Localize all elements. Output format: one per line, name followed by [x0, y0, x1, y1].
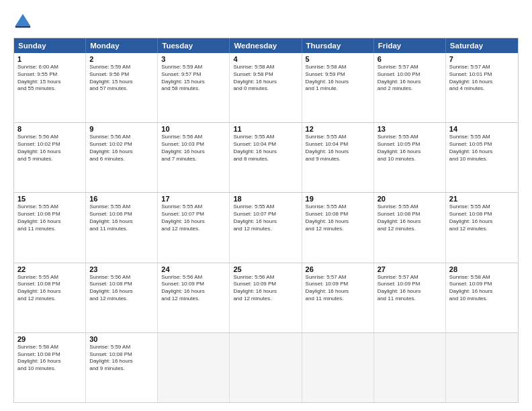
day-number: 24 [161, 265, 226, 273]
day-info: Sunrise: 5:56 AMSunset: 10:02 PMDaylight… [89, 134, 132, 161]
cal-cell-r1-1: 9Sunrise: 5:56 AMSunset: 10:02 PMDayligh… [86, 123, 158, 192]
day-info: Sunrise: 5:55 AMSunset: 10:07 PMDaylight… [233, 203, 276, 231]
logo [13, 12, 35, 31]
day-number: 18 [233, 195, 298, 203]
day-info: Sunrise: 5:55 AMSunset: 10:07 PMDaylight… [161, 203, 204, 231]
day-info: Sunrise: 5:56 AMSunset: 10:09 PMDaylight… [161, 274, 204, 302]
cal-cell-7: 7Sunrise: 5:57 AMSunset: 10:01 PMDayligh… [446, 53, 518, 122]
day-info: Sunrise: 5:55 AMSunset: 10:08 PMDaylight… [17, 274, 60, 302]
cal-cell-r2-4: 19Sunrise: 5:55 AMSunset: 10:08 PMDaylig… [302, 193, 374, 262]
cal-cell-2: 2Sunrise: 5:59 AMSunset: 9:56 PMDaylight… [86, 53, 158, 122]
cal-cell-r4-2 [158, 333, 230, 402]
day-number: 6 [378, 55, 442, 63]
day-info: Sunrise: 5:59 AMSunset: 10:08 PMDaylight… [89, 344, 132, 371]
day-number: 2 [89, 55, 154, 63]
cal-cell-r4-4 [302, 333, 374, 402]
day-info: Sunrise: 5:57 AMSunset: 10:01 PMDaylight… [449, 64, 492, 91]
calendar-row-2: 8Sunrise: 5:56 AMSunset: 10:02 PMDayligh… [14, 122, 518, 192]
cal-cell-r1-0: 8Sunrise: 5:56 AMSunset: 10:02 PMDayligh… [14, 123, 86, 192]
weekday-header-saturday: Saturday [446, 38, 518, 53]
day-number: 13 [378, 125, 442, 133]
day-info: Sunrise: 5:58 AMSunset: 9:58 PMDaylight:… [233, 64, 276, 91]
cal-cell-r1-3: 11Sunrise: 5:55 AMSunset: 10:04 PMDaylig… [230, 123, 302, 192]
day-number: 29 [17, 335, 82, 343]
day-number: 3 [161, 55, 226, 63]
cal-cell-r4-3 [230, 333, 302, 402]
weekday-header-sunday: Sunday [14, 38, 86, 53]
cal-cell-r3-5: 27Sunrise: 5:57 AMSunset: 10:09 PMDaylig… [374, 263, 446, 332]
calendar-row-1: 1Sunrise: 6:00 AMSunset: 9:55 PMDaylight… [14, 53, 518, 122]
day-number: 10 [161, 125, 226, 133]
cal-cell-r2-3: 18Sunrise: 5:55 AMSunset: 10:07 PMDaylig… [230, 193, 302, 262]
day-info: Sunrise: 5:58 AMSunset: 10:09 PMDaylight… [449, 274, 492, 302]
cal-cell-r3-1: 23Sunrise: 5:56 AMSunset: 10:08 PMDaylig… [86, 263, 158, 332]
day-number: 30 [89, 335, 154, 343]
day-number: 17 [161, 195, 226, 203]
day-number: 1 [17, 55, 82, 63]
cal-cell-r2-2: 17Sunrise: 5:55 AMSunset: 10:07 PMDaylig… [158, 193, 230, 262]
calendar-row-5: 29Sunrise: 5:58 AMSunset: 10:08 PMDaylig… [14, 332, 518, 402]
cal-cell-r3-6: 28Sunrise: 5:58 AMSunset: 10:09 PMDaylig… [446, 263, 518, 332]
day-number: 19 [306, 195, 370, 203]
day-number: 21 [449, 195, 515, 203]
day-info: Sunrise: 5:55 AMSunset: 10:05 PMDaylight… [378, 134, 420, 161]
weekday-header-monday: Monday [86, 38, 158, 53]
day-number: 25 [233, 265, 298, 273]
day-number: 7 [449, 55, 515, 63]
day-info: Sunrise: 5:57 AMSunset: 10:09 PMDaylight… [306, 274, 349, 302]
day-number: 5 [306, 55, 370, 63]
calendar-row-3: 15Sunrise: 5:55 AMSunset: 10:06 PMDaylig… [14, 192, 518, 262]
weekday-header-tuesday: Tuesday [158, 38, 230, 53]
day-info: Sunrise: 6:00 AMSunset: 9:55 PMDaylight:… [17, 64, 60, 91]
day-info: Sunrise: 5:55 AMSunset: 10:08 PMDaylight… [306, 203, 349, 231]
day-info: Sunrise: 5:55 AMSunset: 10:06 PMDaylight… [89, 203, 132, 231]
day-number: 16 [89, 195, 154, 203]
day-info: Sunrise: 5:55 AMSunset: 10:08 PMDaylight… [449, 203, 492, 231]
cal-cell-r2-5: 20Sunrise: 5:55 AMSunset: 10:08 PMDaylig… [374, 193, 446, 262]
day-info: Sunrise: 5:56 AMSunset: 10:03 PMDaylight… [161, 134, 204, 161]
day-info: Sunrise: 5:55 AMSunset: 10:04 PMDaylight… [233, 134, 276, 161]
header [13, 12, 519, 31]
cal-cell-r4-1: 30Sunrise: 5:59 AMSunset: 10:08 PMDaylig… [86, 333, 158, 402]
day-info: Sunrise: 5:56 AMSunset: 10:02 PMDaylight… [17, 134, 60, 161]
cal-cell-r4-5 [374, 333, 446, 402]
cal-cell-5: 5Sunrise: 5:58 AMSunset: 9:59 PMDaylight… [302, 53, 374, 122]
cal-cell-3: 3Sunrise: 5:59 AMSunset: 9:57 PMDaylight… [158, 53, 230, 122]
day-info: Sunrise: 5:57 AMSunset: 10:00 PMDaylight… [378, 64, 420, 91]
weekday-header-thursday: Thursday [302, 38, 374, 53]
svg-marker-0 [15, 14, 30, 26]
cal-cell-r3-3: 25Sunrise: 5:56 AMSunset: 10:09 PMDaylig… [230, 263, 302, 332]
day-number: 12 [306, 125, 370, 133]
day-info: Sunrise: 5:58 AMSunset: 10:08 PMDaylight… [17, 344, 60, 371]
svg-rect-2 [15, 26, 30, 28]
day-number: 28 [449, 265, 515, 273]
day-info: Sunrise: 5:58 AMSunset: 9:59 PMDaylight:… [306, 64, 349, 91]
calendar-header: SundayMondayTuesdayWednesdayThursdayFrid… [14, 38, 518, 53]
cal-cell-r1-2: 10Sunrise: 5:56 AMSunset: 10:03 PMDaylig… [158, 123, 230, 192]
day-info: Sunrise: 5:56 AMSunset: 10:09 PMDaylight… [233, 274, 276, 302]
day-number: 22 [17, 265, 82, 273]
day-number: 20 [378, 195, 442, 203]
calendar-row-4: 22Sunrise: 5:55 AMSunset: 10:08 PMDaylig… [14, 263, 518, 332]
cal-cell-r2-1: 16Sunrise: 5:55 AMSunset: 10:06 PMDaylig… [86, 193, 158, 262]
day-number: 15 [17, 195, 82, 203]
weekday-header-wednesday: Wednesday [230, 38, 302, 53]
day-info: Sunrise: 5:55 AMSunset: 10:04 PMDaylight… [306, 134, 349, 161]
logo-icon [13, 12, 32, 31]
day-number: 23 [89, 265, 154, 273]
weekday-header-friday: Friday [374, 38, 446, 53]
cal-cell-r2-0: 15Sunrise: 5:55 AMSunset: 10:06 PMDaylig… [14, 193, 86, 262]
day-info: Sunrise: 5:55 AMSunset: 10:06 PMDaylight… [17, 203, 60, 231]
cal-cell-r4-6 [446, 333, 518, 402]
calendar-body: 1Sunrise: 6:00 AMSunset: 9:55 PMDaylight… [14, 53, 518, 402]
day-number: 27 [378, 265, 442, 273]
cal-cell-6: 6Sunrise: 5:57 AMSunset: 10:00 PMDayligh… [374, 53, 446, 122]
cal-cell-r3-2: 24Sunrise: 5:56 AMSunset: 10:09 PMDaylig… [158, 263, 230, 332]
day-number: 9 [89, 125, 154, 133]
page: SundayMondayTuesdayWednesdayThursdayFrid… [0, 0, 532, 411]
calendar: SundayMondayTuesdayWednesdayThursdayFrid… [13, 38, 519, 403]
day-number: 26 [306, 265, 370, 273]
day-info: Sunrise: 5:55 AMSunset: 10:05 PMDaylight… [449, 134, 492, 161]
day-info: Sunrise: 5:59 AMSunset: 9:57 PMDaylight:… [161, 64, 204, 91]
day-number: 14 [449, 125, 515, 133]
